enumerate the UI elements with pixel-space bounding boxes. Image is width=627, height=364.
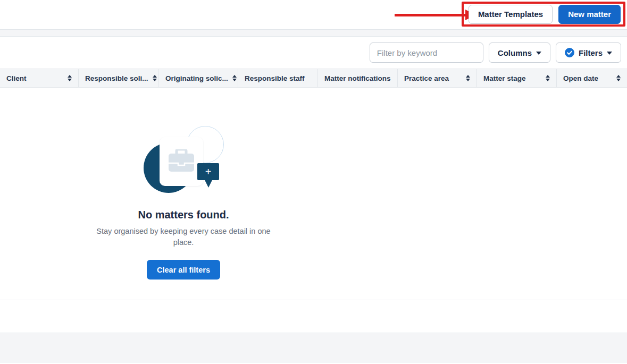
filters-dropdown-button[interactable]: Filters <box>556 43 621 63</box>
section-divider-strip <box>0 30 627 37</box>
column-header-label: Responsible soli... <box>85 74 148 82</box>
chevron-down-icon <box>536 52 541 55</box>
column-header-label: Open date <box>563 74 598 82</box>
clear-all-filters-button[interactable]: Clear all filters <box>147 260 220 280</box>
column-header-originating-solicitor[interactable]: Originating solic... <box>159 69 238 87</box>
column-header-label: Responsible staff <box>245 74 305 82</box>
illustration-card <box>160 137 203 186</box>
check-circle-icon <box>565 48 574 57</box>
matters-table-body: + No matters found. Stay organised by ke… <box>0 88 627 300</box>
column-header-matter-stage[interactable]: Matter stage <box>477 69 557 87</box>
add-matter-badge-icon: + <box>197 163 219 180</box>
filters-dropdown-label: Filters <box>579 48 603 57</box>
empty-state-illustration: + <box>130 126 237 200</box>
annotation-arrow-shaft <box>395 14 465 16</box>
column-header-responsible-staff: Responsible staff <box>238 69 318 87</box>
sort-icon <box>546 75 550 81</box>
footer-bar <box>0 333 627 363</box>
columns-dropdown-label: Columns <box>498 48 532 57</box>
new-matter-button[interactable]: New matter <box>558 5 621 24</box>
column-header-open-date[interactable]: Open date <box>557 69 627 87</box>
matter-templates-button[interactable]: Matter Templates <box>469 5 553 24</box>
keyword-filter-input[interactable] <box>370 43 483 63</box>
bottom-spacer <box>0 300 627 333</box>
column-header-label: Matter stage <box>483 74 526 82</box>
empty-state-subtitle: Stay organised by keeping every case det… <box>87 226 281 248</box>
column-header-practice-area[interactable]: Practice area <box>398 69 477 87</box>
matters-table-header: Client Responsible soli... Originating s… <box>0 69 627 88</box>
column-header-label: Practice area <box>404 74 449 82</box>
filter-toolbar: Columns Filters <box>0 37 627 69</box>
briefcase-icon <box>169 149 194 174</box>
column-header-label: Originating solic... <box>165 74 228 82</box>
chevron-down-icon <box>607 52 612 55</box>
column-header-label: Client <box>6 74 27 82</box>
annotation-highlight-rect: Matter Templates New matter <box>462 2 625 27</box>
column-header-label: Matter notifications <box>324 74 391 82</box>
empty-state-title: No matters found. <box>138 209 229 221</box>
column-header-matter-notifications: Matter notifications <box>318 69 398 87</box>
sort-icon <box>68 75 72 81</box>
sort-icon <box>232 75 237 81</box>
column-header-client[interactable]: Client <box>0 69 79 87</box>
columns-dropdown-button[interactable]: Columns <box>489 43 550 63</box>
sort-icon <box>616 75 621 81</box>
top-bar: Matter Templates New matter <box>0 0 627 30</box>
plus-glyph: + <box>205 166 212 177</box>
column-header-responsible-solicitor[interactable]: Responsible soli... <box>79 69 159 87</box>
empty-state: + No matters found. Stay organised by ke… <box>77 126 290 280</box>
sort-icon <box>153 75 157 81</box>
sort-icon <box>466 75 470 81</box>
